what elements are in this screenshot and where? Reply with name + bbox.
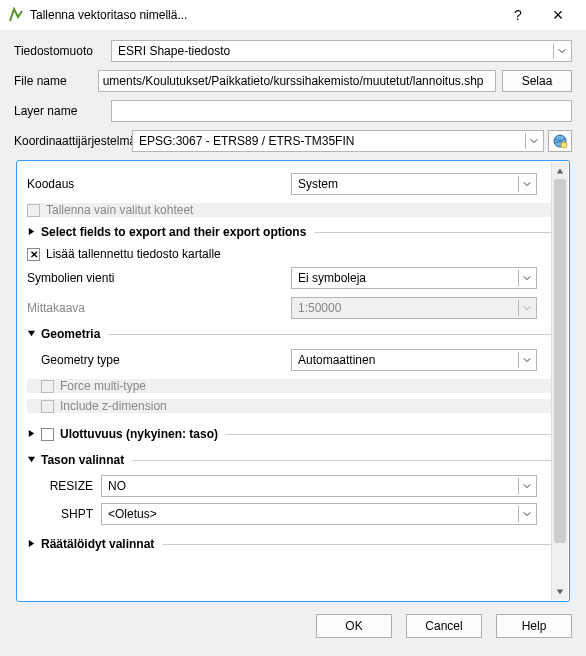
divider bbox=[132, 460, 557, 461]
include-z-checkbox: Include z-dimension bbox=[27, 399, 557, 413]
triangle-down-icon bbox=[27, 453, 37, 467]
crs-picker-button[interactable] bbox=[548, 130, 572, 152]
symbology-select[interactable]: Ei symboleja bbox=[291, 267, 537, 289]
help-button[interactable]: Help bbox=[496, 614, 572, 638]
chevron-down-icon bbox=[518, 300, 534, 316]
shpt-value: <Oletus> bbox=[108, 507, 157, 521]
checkbox-icon bbox=[27, 204, 40, 217]
svg-marker-4 bbox=[29, 430, 34, 437]
cancel-button[interactable]: Cancel bbox=[406, 614, 482, 638]
browse-button[interactable]: Selaa bbox=[502, 70, 572, 92]
resize-label: RESIZE bbox=[37, 479, 93, 493]
force-multi-label: Force multi-type bbox=[60, 379, 146, 393]
custom-options-label: Räätälöidyt valinnat bbox=[41, 537, 154, 551]
chevron-down-icon bbox=[518, 176, 534, 192]
chevron-down-icon bbox=[518, 506, 534, 522]
svg-marker-8 bbox=[557, 589, 563, 594]
select-fields-toggle[interactable]: Select fields to export and their export… bbox=[27, 225, 557, 239]
window-title: Tallenna vektoritaso nimellä... bbox=[30, 8, 498, 22]
shpt-label: SHPT bbox=[37, 507, 93, 521]
crs-label: Koordinaattijärjestelmä bbox=[14, 134, 132, 148]
close-button[interactable]: × bbox=[538, 5, 578, 26]
extent-toggle[interactable]: Ulottuvuus (nykyinen: taso) bbox=[27, 427, 557, 441]
divider bbox=[108, 334, 557, 335]
layer-options-header: Tason valinnat bbox=[41, 453, 124, 467]
app-icon bbox=[8, 7, 24, 23]
encoding-select[interactable]: System bbox=[291, 173, 537, 195]
svg-marker-7 bbox=[557, 168, 563, 173]
resize-select[interactable]: NO bbox=[101, 475, 537, 497]
format-value: ESRI Shape-tiedosto bbox=[118, 44, 230, 58]
crs-select[interactable]: EPSG:3067 - ETRS89 / ETRS-TM35FIN bbox=[132, 130, 544, 152]
resize-value: NO bbox=[108, 479, 126, 493]
layername-input bbox=[111, 100, 572, 122]
filename-label: File name bbox=[14, 74, 98, 88]
geometry-header: Geometria bbox=[41, 327, 100, 341]
triangle-right-icon bbox=[27, 225, 37, 239]
shpt-select[interactable]: <Oletus> bbox=[101, 503, 537, 525]
scale-select: 1:50000 bbox=[291, 297, 537, 319]
geometry-type-value: Automaattinen bbox=[298, 353, 375, 367]
include-z-label: Include z-dimension bbox=[60, 399, 167, 413]
dialog-footer: OK Cancel Help bbox=[0, 612, 586, 648]
custom-options-toggle[interactable]: Räätälöidyt valinnat bbox=[27, 537, 557, 551]
checkbox-icon: ✕ bbox=[27, 248, 40, 261]
format-select[interactable]: ESRI Shape-tiedosto bbox=[111, 40, 572, 62]
dialog-content: Tiedostomuoto ESRI Shape-tiedosto File n… bbox=[0, 30, 586, 602]
triangle-down-icon bbox=[27, 327, 37, 341]
scale-label: Mittakaava bbox=[27, 301, 291, 315]
filename-input[interactable] bbox=[98, 70, 496, 92]
svg-marker-5 bbox=[28, 457, 35, 462]
chevron-down-icon bbox=[525, 133, 541, 149]
extent-checkbox[interactable] bbox=[41, 428, 54, 441]
divider bbox=[162, 544, 557, 545]
chevron-down-icon bbox=[518, 478, 534, 494]
panel-scrollbar[interactable] bbox=[551, 162, 568, 600]
select-fields-label: Select fields to export and their export… bbox=[41, 225, 306, 239]
divider bbox=[226, 434, 557, 435]
encoding-label: Koodaus bbox=[27, 177, 291, 191]
titlebar: Tallenna vektoritaso nimellä... ? × bbox=[0, 0, 586, 30]
triangle-right-icon bbox=[27, 537, 37, 551]
scroll-down-icon[interactable] bbox=[552, 583, 568, 600]
crs-value: EPSG:3067 - ETRS89 / ETRS-TM35FIN bbox=[139, 134, 354, 148]
save-selected-checkbox: Tallenna vain valitut kohteet bbox=[27, 203, 557, 217]
help-button[interactable]: ? bbox=[498, 7, 538, 23]
scale-value: 1:50000 bbox=[298, 301, 341, 315]
force-multi-checkbox: Force multi-type bbox=[27, 379, 557, 393]
add-saved-checkbox[interactable]: ✕ Lisää tallennettu tiedosto kartalle bbox=[27, 247, 557, 261]
symbology-value: Ei symboleja bbox=[298, 271, 366, 285]
chevron-down-icon bbox=[518, 352, 534, 368]
divider bbox=[314, 232, 557, 233]
checkbox-icon bbox=[41, 380, 54, 393]
scroll-thumb[interactable] bbox=[554, 179, 566, 543]
ok-button[interactable]: OK bbox=[316, 614, 392, 638]
geometry-type-select[interactable]: Automaattinen bbox=[291, 349, 537, 371]
layer-options-toggle[interactable]: Tason valinnat bbox=[27, 453, 557, 467]
symbology-label: Symbolien vienti bbox=[27, 271, 291, 285]
layername-label: Layer name bbox=[14, 104, 111, 118]
extent-label: Ulottuvuus (nykyinen: taso) bbox=[60, 427, 218, 441]
svg-marker-2 bbox=[29, 228, 34, 235]
chevron-down-icon bbox=[518, 270, 534, 286]
add-saved-label: Lisää tallennettu tiedosto kartalle bbox=[46, 247, 221, 261]
geometry-type-label: Geometry type bbox=[27, 353, 291, 367]
encoding-value: System bbox=[298, 177, 338, 191]
svg-marker-6 bbox=[29, 540, 34, 547]
scroll-up-icon[interactable] bbox=[552, 162, 568, 179]
svg-point-1 bbox=[561, 142, 567, 148]
save-selected-label: Tallenna vain valitut kohteet bbox=[46, 203, 193, 217]
options-panel: Koodaus System Tallenna vain valitut koh… bbox=[16, 160, 570, 602]
svg-marker-3 bbox=[28, 331, 35, 336]
globe-icon bbox=[552, 133, 568, 149]
chevron-down-icon bbox=[553, 43, 569, 59]
checkbox-icon bbox=[41, 400, 54, 413]
scroll-track[interactable] bbox=[552, 179, 568, 583]
triangle-right-icon bbox=[27, 427, 37, 441]
geometry-toggle[interactable]: Geometria bbox=[27, 327, 557, 341]
format-label: Tiedostomuoto bbox=[14, 44, 111, 58]
